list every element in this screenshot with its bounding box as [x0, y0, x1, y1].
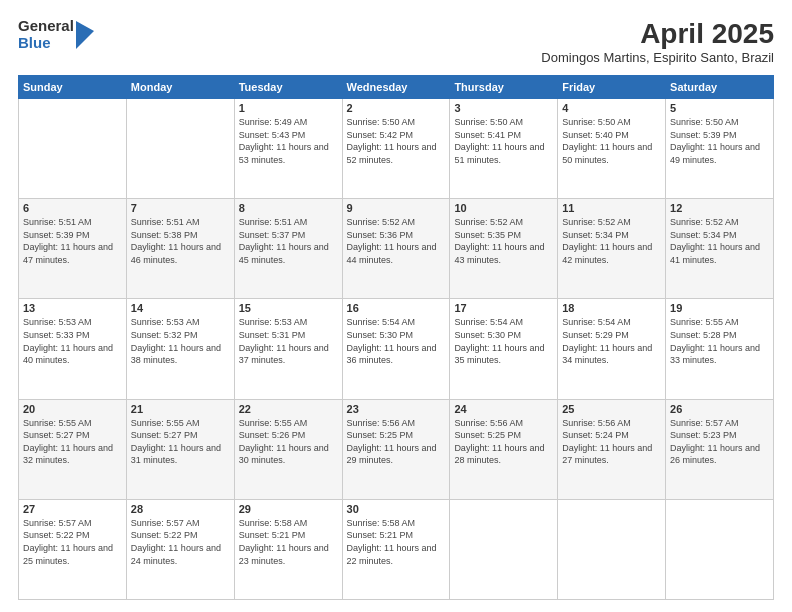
calendar-cell: 8Sunrise: 5:51 AMSunset: 5:37 PMDaylight…	[234, 199, 342, 299]
day-info: Sunrise: 5:58 AMSunset: 5:21 PMDaylight:…	[239, 517, 338, 567]
calendar-cell: 1Sunrise: 5:49 AMSunset: 5:43 PMDaylight…	[234, 99, 342, 199]
day-info: Sunrise: 5:57 AMSunset: 5:22 PMDaylight:…	[131, 517, 230, 567]
header: General Blue April 2025 Domingos Martins…	[18, 18, 774, 65]
day-info: Sunrise: 5:57 AMSunset: 5:23 PMDaylight:…	[670, 417, 769, 467]
title-block: April 2025 Domingos Martins, Espirito Sa…	[541, 18, 774, 65]
calendar-week-row: 1Sunrise: 5:49 AMSunset: 5:43 PMDaylight…	[19, 99, 774, 199]
day-info: Sunrise: 5:53 AMSunset: 5:31 PMDaylight:…	[239, 316, 338, 366]
weekday-header: Tuesday	[234, 76, 342, 99]
day-info: Sunrise: 5:54 AMSunset: 5:29 PMDaylight:…	[562, 316, 661, 366]
day-info: Sunrise: 5:51 AMSunset: 5:38 PMDaylight:…	[131, 216, 230, 266]
day-number: 7	[131, 202, 230, 214]
day-info: Sunrise: 5:56 AMSunset: 5:25 PMDaylight:…	[454, 417, 553, 467]
day-number: 23	[347, 403, 446, 415]
logo-blue: Blue	[18, 35, 74, 52]
logo: General Blue	[18, 18, 94, 51]
day-info: Sunrise: 5:55 AMSunset: 5:27 PMDaylight:…	[23, 417, 122, 467]
calendar-cell: 21Sunrise: 5:55 AMSunset: 5:27 PMDayligh…	[126, 399, 234, 499]
calendar-cell: 17Sunrise: 5:54 AMSunset: 5:30 PMDayligh…	[450, 299, 558, 399]
day-number: 24	[454, 403, 553, 415]
calendar-cell: 4Sunrise: 5:50 AMSunset: 5:40 PMDaylight…	[558, 99, 666, 199]
calendar-cell	[558, 499, 666, 599]
day-number: 20	[23, 403, 122, 415]
day-info: Sunrise: 5:56 AMSunset: 5:25 PMDaylight:…	[347, 417, 446, 467]
day-number: 3	[454, 102, 553, 114]
day-info: Sunrise: 5:50 AMSunset: 5:41 PMDaylight:…	[454, 116, 553, 166]
weekday-header: Friday	[558, 76, 666, 99]
day-number: 19	[670, 302, 769, 314]
calendar-cell: 2Sunrise: 5:50 AMSunset: 5:42 PMDaylight…	[342, 99, 450, 199]
day-info: Sunrise: 5:53 AMSunset: 5:32 PMDaylight:…	[131, 316, 230, 366]
logo-icon	[76, 21, 94, 49]
calendar-cell: 11Sunrise: 5:52 AMSunset: 5:34 PMDayligh…	[558, 199, 666, 299]
day-number: 6	[23, 202, 122, 214]
calendar-cell: 20Sunrise: 5:55 AMSunset: 5:27 PMDayligh…	[19, 399, 127, 499]
calendar-cell: 13Sunrise: 5:53 AMSunset: 5:33 PMDayligh…	[19, 299, 127, 399]
day-number: 21	[131, 403, 230, 415]
weekday-header: Sunday	[19, 76, 127, 99]
day-info: Sunrise: 5:50 AMSunset: 5:42 PMDaylight:…	[347, 116, 446, 166]
day-info: Sunrise: 5:56 AMSunset: 5:24 PMDaylight:…	[562, 417, 661, 467]
logo-text: General Blue	[18, 18, 74, 51]
subtitle: Domingos Martins, Espirito Santo, Brazil	[541, 50, 774, 65]
weekday-header: Monday	[126, 76, 234, 99]
day-number: 1	[239, 102, 338, 114]
calendar-week-row: 6Sunrise: 5:51 AMSunset: 5:39 PMDaylight…	[19, 199, 774, 299]
day-info: Sunrise: 5:52 AMSunset: 5:35 PMDaylight:…	[454, 216, 553, 266]
svg-marker-0	[76, 21, 94, 49]
day-number: 15	[239, 302, 338, 314]
day-number: 12	[670, 202, 769, 214]
calendar-cell: 14Sunrise: 5:53 AMSunset: 5:32 PMDayligh…	[126, 299, 234, 399]
day-number: 27	[23, 503, 122, 515]
weekday-header: Thursday	[450, 76, 558, 99]
calendar-cell: 26Sunrise: 5:57 AMSunset: 5:23 PMDayligh…	[666, 399, 774, 499]
day-number: 2	[347, 102, 446, 114]
calendar-cell: 23Sunrise: 5:56 AMSunset: 5:25 PMDayligh…	[342, 399, 450, 499]
day-number: 29	[239, 503, 338, 515]
calendar-cell	[19, 99, 127, 199]
day-number: 26	[670, 403, 769, 415]
day-number: 13	[23, 302, 122, 314]
weekday-header: Wednesday	[342, 76, 450, 99]
day-number: 5	[670, 102, 769, 114]
calendar-cell: 15Sunrise: 5:53 AMSunset: 5:31 PMDayligh…	[234, 299, 342, 399]
day-info: Sunrise: 5:50 AMSunset: 5:39 PMDaylight:…	[670, 116, 769, 166]
calendar-cell: 6Sunrise: 5:51 AMSunset: 5:39 PMDaylight…	[19, 199, 127, 299]
day-number: 14	[131, 302, 230, 314]
calendar-cell: 9Sunrise: 5:52 AMSunset: 5:36 PMDaylight…	[342, 199, 450, 299]
calendar-cell: 30Sunrise: 5:58 AMSunset: 5:21 PMDayligh…	[342, 499, 450, 599]
weekday-header-row: SundayMondayTuesdayWednesdayThursdayFrid…	[19, 76, 774, 99]
calendar-week-row: 13Sunrise: 5:53 AMSunset: 5:33 PMDayligh…	[19, 299, 774, 399]
day-info: Sunrise: 5:55 AMSunset: 5:27 PMDaylight:…	[131, 417, 230, 467]
calendar-cell: 27Sunrise: 5:57 AMSunset: 5:22 PMDayligh…	[19, 499, 127, 599]
calendar-cell: 25Sunrise: 5:56 AMSunset: 5:24 PMDayligh…	[558, 399, 666, 499]
day-info: Sunrise: 5:50 AMSunset: 5:40 PMDaylight:…	[562, 116, 661, 166]
calendar-week-row: 27Sunrise: 5:57 AMSunset: 5:22 PMDayligh…	[19, 499, 774, 599]
day-number: 8	[239, 202, 338, 214]
day-info: Sunrise: 5:53 AMSunset: 5:33 PMDaylight:…	[23, 316, 122, 366]
calendar-cell: 3Sunrise: 5:50 AMSunset: 5:41 PMDaylight…	[450, 99, 558, 199]
day-number: 16	[347, 302, 446, 314]
calendar-cell: 28Sunrise: 5:57 AMSunset: 5:22 PMDayligh…	[126, 499, 234, 599]
calendar-cell: 10Sunrise: 5:52 AMSunset: 5:35 PMDayligh…	[450, 199, 558, 299]
day-number: 9	[347, 202, 446, 214]
day-number: 10	[454, 202, 553, 214]
logo-general: General	[18, 18, 74, 35]
calendar-cell: 5Sunrise: 5:50 AMSunset: 5:39 PMDaylight…	[666, 99, 774, 199]
day-info: Sunrise: 5:54 AMSunset: 5:30 PMDaylight:…	[454, 316, 553, 366]
day-info: Sunrise: 5:52 AMSunset: 5:34 PMDaylight:…	[562, 216, 661, 266]
calendar-table: SundayMondayTuesdayWednesdayThursdayFrid…	[18, 75, 774, 600]
calendar-cell: 16Sunrise: 5:54 AMSunset: 5:30 PMDayligh…	[342, 299, 450, 399]
day-number: 30	[347, 503, 446, 515]
day-info: Sunrise: 5:52 AMSunset: 5:36 PMDaylight:…	[347, 216, 446, 266]
day-info: Sunrise: 5:49 AMSunset: 5:43 PMDaylight:…	[239, 116, 338, 166]
month-title: April 2025	[541, 18, 774, 50]
calendar-cell: 24Sunrise: 5:56 AMSunset: 5:25 PMDayligh…	[450, 399, 558, 499]
page: General Blue April 2025 Domingos Martins…	[0, 0, 792, 612]
day-info: Sunrise: 5:51 AMSunset: 5:37 PMDaylight:…	[239, 216, 338, 266]
day-number: 22	[239, 403, 338, 415]
calendar-cell	[666, 499, 774, 599]
day-info: Sunrise: 5:58 AMSunset: 5:21 PMDaylight:…	[347, 517, 446, 567]
calendar-cell: 12Sunrise: 5:52 AMSunset: 5:34 PMDayligh…	[666, 199, 774, 299]
calendar-cell	[450, 499, 558, 599]
